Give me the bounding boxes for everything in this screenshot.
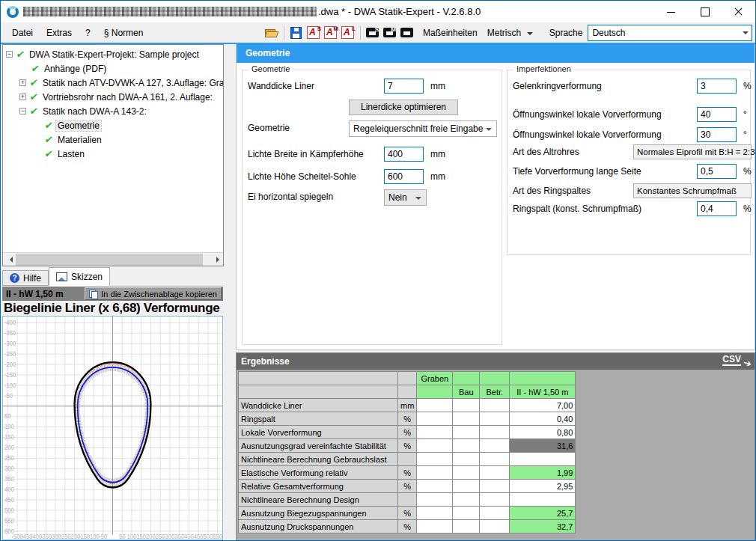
svg-text:550: 550	[4, 517, 14, 524]
tree-item-materialien[interactable]: ✔Materialien	[3, 132, 223, 147]
print-small-icon[interactable]: S	[365, 26, 380, 40]
copy-to-clipboard-button[interactable]: In die Zwischenablage kopieren	[85, 287, 222, 300]
window-controls	[654, 1, 755, 22]
svg-text:50: 50	[4, 413, 11, 420]
result-unit-cell: %	[398, 507, 417, 520]
scroll-left-icon[interactable]	[3, 254, 15, 266]
image-icon	[56, 272, 67, 281]
readonly-art-des-altrohres: Normales Eiprofil mit B:H = 2:3	[633, 144, 752, 159]
tree-item-vortriebsrohr[interactable]: +✔Vortriebsrohr nach DWA-A 161, 2. Aufla…	[3, 90, 223, 104]
maximize-button[interactable]	[688, 1, 722, 22]
menu-item-normen[interactable]: § Normen	[97, 25, 150, 41]
expand-icon[interactable]: +	[19, 94, 26, 100]
field-label: Öffnungswinkel lokale Vorverformung	[513, 129, 662, 140]
tab-bar: ? Hilfe Skizzen	[2, 267, 224, 286]
result-empty-cell	[480, 466, 510, 480]
tree-item-geometrie[interactable]: ✔Geometrie	[3, 118, 223, 132]
input-tiefe-vorverformung-lange-seite[interactable]: 0,5	[697, 164, 737, 179]
menu-item-[interactable]: ?	[79, 25, 97, 41]
results-header-row: Graben	[239, 372, 576, 385]
save-icon[interactable]	[289, 26, 304, 40]
result-empty-cell	[453, 520, 480, 534]
scrollbar-thumb[interactable]	[16, 254, 203, 266]
menu-item-extras[interactable]: Extras	[40, 25, 79, 41]
pdf-export-large-icon[interactable]: AL	[341, 26, 356, 40]
tree-item-dwa[interactable]: −✔DWA Statik-Expert-Projekt: Sample proj…	[3, 47, 223, 61]
pdf-export-medium-icon[interactable]: AM	[323, 26, 338, 40]
input-gelenkringverformung[interactable]: 3	[697, 79, 737, 94]
csv-export-icon[interactable]: CSV	[722, 354, 741, 366]
expand-icon[interactable]: +	[19, 79, 26, 86]
results-panel: Ergebnisse CSV ➔ GrabenBauBetr.II - hW 1…	[236, 352, 755, 541]
field-label: Ringspalt (konst. Schrumpfmaß)	[513, 204, 641, 214]
input--ffnungswinkel-lokale-vorverformung[interactable]: 40	[697, 107, 737, 122]
svg-text:-50: -50	[99, 534, 108, 540]
results-row: Wanddicke Linermm7,00	[239, 399, 576, 412]
groupbox-legend: Geometrie	[249, 64, 293, 73]
toolbar-separator	[284, 26, 284, 40]
svg-text:-300: -300	[4, 340, 16, 347]
print-large-icon[interactable]	[400, 26, 415, 40]
result-value-cell: 31,6	[510, 439, 576, 453]
language-label: Sprache	[549, 28, 583, 38]
svg-text:-100: -100	[4, 382, 16, 388]
open-folder-icon[interactable]	[264, 26, 279, 40]
result-empty-cell	[453, 466, 480, 480]
language-dropdown[interactable]: Deutsch	[588, 25, 752, 41]
field-label: Gelenkringverformung	[513, 81, 602, 91]
tree-item-lasten[interactable]: ✔Lasten	[3, 147, 223, 161]
redacted-filename	[23, 7, 317, 16]
result-empty-cell	[453, 426, 480, 439]
header-cell	[239, 372, 398, 385]
svg-text:400: 400	[184, 534, 194, 540]
result-empty-cell	[480, 480, 510, 493]
tree-item-label: DWA Statik-Expert-Projekt: Sample projec…	[28, 49, 201, 60]
result-empty-cell	[417, 466, 453, 480]
svg-text:300: 300	[165, 534, 175, 540]
header-cell: Betr.	[480, 385, 510, 399]
tab-skizzen[interactable]: Skizzen	[49, 267, 110, 286]
svg-text:-100: -100	[88, 534, 100, 540]
result-empty-cell	[417, 480, 453, 493]
result-empty-cell	[453, 439, 480, 453]
close-button[interactable]	[722, 1, 755, 22]
tab-label: Hilfe	[23, 273, 41, 284]
menu-item-datei[interactable]: Datei	[5, 25, 40, 41]
toolbar-icons: ASAMALSM	[264, 26, 415, 40]
form-row: Art des RingspaltesKonstantes Schrumpfma…	[237, 183, 755, 201]
copy-icon	[89, 290, 98, 299]
result-empty-cell	[480, 453, 510, 466]
scroll-right-icon[interactable]	[211, 254, 223, 266]
tree-horizontal-scrollbar[interactable]	[3, 252, 223, 266]
input--ffnungswinkel-lokale-vorverformung[interactable]: 30	[697, 127, 737, 142]
tree-item-label: Statik nach DWA-A 143-2:	[41, 106, 148, 117]
svg-text:200: 200	[4, 444, 14, 451]
results-row: Lokale Vorverformung%0,80	[239, 426, 576, 439]
minimize-button[interactable]	[654, 1, 688, 22]
units-dropdown[interactable]: Metrisch	[483, 25, 537, 40]
result-label-cell: Ausnutzungsgrad vereinfachte Stabilität	[239, 439, 398, 453]
tree-item-anhnge[interactable]: ✔Anhänge (PDF)	[3, 61, 223, 76]
print-medium-icon[interactable]: M	[382, 26, 397, 40]
result-empty-cell	[480, 520, 510, 534]
collapse-icon[interactable]: −	[19, 108, 26, 114]
svg-text:500: 500	[204, 534, 213, 540]
result-label-cell: Ausnutzung Biegezugspannungen	[239, 507, 398, 520]
input-ringspalt-konst-schrumpfma-[interactable]: 0,4	[697, 201, 737, 216]
groupbox-legend: Imperfektionen	[513, 64, 574, 73]
collapse-icon[interactable]: −	[6, 51, 13, 58]
tab-hilfe[interactable]: ? Hilfe	[2, 270, 49, 286]
results-row: Ausnutzungsgrad vereinfachte Stabilität%…	[239, 439, 576, 453]
svg-text:150: 150	[4, 434, 14, 441]
toolbar: ASAMALSM Maßeinheiten Metrisch Sprache D…	[264, 22, 752, 43]
tree-item-label: Vortriebsrohr nach DWA-A 161, 2. Auflage…	[41, 92, 214, 103]
tree-item-statik[interactable]: −✔Statik nach DWA-A 143-2:	[3, 104, 223, 118]
svg-text:-200: -200	[4, 361, 16, 368]
pdf-export-small-icon[interactable]: AS	[306, 26, 321, 40]
svg-text:100: 100	[127, 534, 137, 540]
egg-profile-plot: -400-350-300-250-200-150-100-50501001502…	[3, 317, 222, 540]
tree-item-statik[interactable]: +✔Statik nach ATV-DVWK-A 127, 3.Auflage:…	[3, 76, 223, 90]
results-header-row: BauBetr.II - hW 1,50 m	[239, 385, 576, 399]
header-cell: Bau	[453, 385, 480, 399]
svg-text:450: 450	[194, 534, 204, 540]
